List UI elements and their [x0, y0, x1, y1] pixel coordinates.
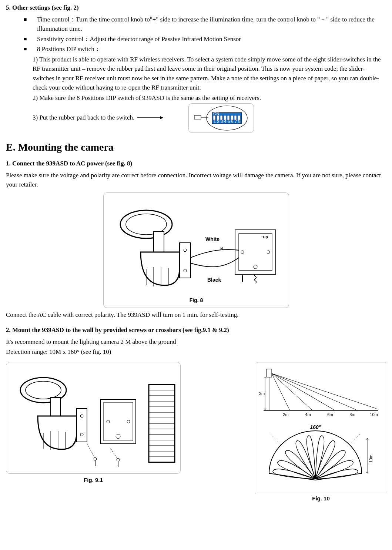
bullet-time-control: Time control：Turn the time control knob …	[24, 15, 386, 34]
svg-rect-20	[234, 115, 237, 120]
fig10-d10m: 10m	[370, 412, 378, 417]
sub1-body: Please make sure the voltage and polarit…	[6, 171, 386, 190]
svg-rect-15	[217, 115, 219, 120]
figure-8: ↑up White N Black Fig. 8	[103, 192, 289, 308]
figure-9-1	[6, 362, 181, 474]
dip-step-1: 1) This product is able to operate with …	[33, 55, 386, 93]
arrow-icon	[137, 113, 163, 123]
bullet-dip-switch: 8 Positions DIP switch：	[24, 44, 386, 54]
svg-line-80	[272, 373, 376, 409]
fig-9-1-caption: Fig. 9.1	[6, 476, 181, 484]
svg-point-53	[117, 458, 120, 461]
svg-point-50	[94, 457, 97, 460]
svg-point-30	[184, 249, 187, 252]
section-e-title: E. Mounting the camera	[6, 140, 386, 155]
svg-rect-3	[194, 115, 201, 119]
svg-rect-14	[213, 115, 215, 120]
fig10-d6m: 6m	[327, 412, 333, 417]
svg-rect-29	[180, 243, 191, 278]
svg-line-79	[272, 373, 356, 410]
figure-9-1-svg	[8, 364, 178, 472]
figure-8-svg: ↑up White N Black Fig. 8	[105, 195, 287, 306]
svg-rect-45	[77, 409, 87, 442]
fig10-d8m: 8m	[349, 412, 355, 417]
svg-rect-16	[220, 115, 222, 120]
svg-point-56	[107, 420, 110, 423]
fig-10-caption: Fig. 10	[256, 494, 386, 503]
svg-point-39	[26, 381, 61, 399]
dip-on-label: ON	[213, 111, 220, 116]
svg-line-51	[110, 447, 118, 460]
svg-point-36	[254, 265, 257, 269]
svg-point-47	[80, 433, 83, 436]
dip-switch-figure: ON 12345678	[188, 103, 254, 133]
fig8-up-label: ↑up	[261, 235, 268, 239]
sub1-after: Connect the AC cable with correct polari…	[6, 310, 386, 320]
fig10-d4m: 4m	[305, 412, 311, 417]
figure-10-wrap: 2m 2m 4m 6m 8m 10m 160°	[256, 362, 386, 503]
dip-switch-details: 1) This product is able to operate with …	[6, 55, 386, 133]
svg-line-78	[272, 373, 334, 410]
svg-rect-18	[227, 115, 229, 120]
svg-point-34	[241, 251, 244, 254]
sub2-heading: 2. Mount the 939ASD to the wall by provi…	[6, 325, 386, 335]
svg-line-77	[272, 373, 312, 410]
svg-rect-40	[51, 398, 60, 416]
svg-line-76	[272, 373, 289, 410]
figure-9-1-wrap: Fig. 9.1	[6, 362, 181, 484]
fig8-n-label: N	[220, 247, 223, 251]
sub1-heading: 1. Connect the 939ASD to AC power (see f…	[6, 159, 386, 168]
fig10-d2m: 2m	[283, 412, 288, 417]
section-5-heading: 5. Other settings (see fig. 2)	[6, 3, 386, 13]
fig10-angle: 160°	[310, 424, 321, 430]
fig8-caption: Fig. 8	[189, 297, 203, 303]
svg-rect-24	[154, 232, 164, 252]
bullet-sensitivity-control: Sensitivity control：Adjust the detector …	[24, 34, 386, 44]
svg-rect-21	[238, 115, 240, 120]
fig10-2m-height: 2m	[259, 391, 265, 396]
svg-point-31	[184, 269, 187, 272]
sub2-line2: Detection range: 10M x 160° (see fig. 10…	[6, 347, 386, 357]
svg-marker-1	[160, 116, 163, 119]
sub2-line1: It's recommend to mount the lighting cam…	[6, 337, 386, 347]
figure-10: 2m 2m 4m 6m 8m 10m 160°	[256, 362, 386, 492]
svg-point-46	[80, 415, 83, 417]
fig8-white-label: White	[205, 236, 220, 242]
fig8-black-label: Black	[207, 277, 221, 283]
svg-rect-19	[231, 115, 233, 120]
dip-step-3: 3) Put the rubber pad back to the switch…	[33, 113, 134, 123]
svg-point-35	[267, 251, 270, 254]
fig10-r10m: 10m	[369, 455, 373, 462]
svg-point-58	[116, 434, 120, 439]
section-5-bullets: Time control：Turn the time control knob …	[6, 15, 386, 54]
dip-switch-svg: ON 12345678	[190, 104, 253, 132]
svg-line-48	[87, 444, 95, 459]
svg-rect-73	[267, 369, 272, 377]
svg-point-57	[127, 420, 130, 423]
svg-rect-17	[224, 115, 226, 120]
dip-step-2: 2) Make sure the 8 Positions DIP switch …	[33, 93, 386, 103]
figure-10-svg: 2m 2m 4m 6m 8m 10m 160°	[256, 362, 386, 492]
